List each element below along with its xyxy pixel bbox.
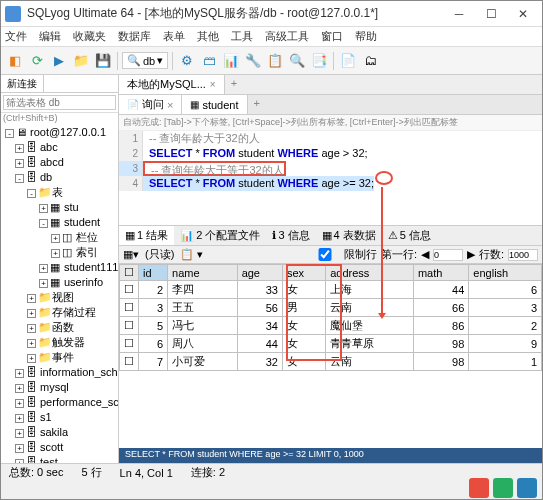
menu-adv[interactable]: 高级工具 [265, 29, 309, 44]
row-count-input[interactable] [508, 249, 538, 261]
status-total: 总数: 0 sec [9, 465, 63, 480]
menu-table[interactable]: 表单 [163, 29, 185, 44]
titlebar: SQLyog Ultimate 64 - [本地的MySQL服务器/db - r… [1, 1, 542, 27]
status-query: SELECT * FROM student WHERE age >= 32 LI… [119, 448, 542, 463]
tool-icon-1[interactable]: ⚙ [177, 51, 197, 71]
autocomplete-hint: 自动完成: [Tab]->下个标签, [Ctrl+Space]->列出所有标签,… [119, 115, 542, 131]
menu-other[interactable]: 其他 [197, 29, 219, 44]
query-tab[interactable]: 📄询问× [119, 95, 182, 114]
window-title: SQLyog Ultimate 64 - [本地的MySQL服务器/db - r… [27, 5, 444, 22]
minimize-button[interactable]: ─ [444, 4, 474, 24]
result-tab-2[interactable]: 📊2 个配置文件 [174, 226, 266, 245]
highlight-circle [375, 171, 393, 185]
menu-tools[interactable]: 工具 [231, 29, 253, 44]
tool-icon-7[interactable]: 📑 [309, 51, 329, 71]
result-tab-3[interactable]: ℹ3 信息 [266, 226, 315, 245]
tool-icon-2[interactable]: 🗃 [199, 51, 219, 71]
db-selector[interactable]: 🔍 db ▾ [122, 52, 168, 69]
tool-icon-5[interactable]: 📋 [265, 51, 285, 71]
toolbar: ◧ ⟳ ▶ 📁 💾 🔍 db ▾ ⚙ 🗃 📊 🔧 📋 🔍 📑 📄 🗂 [1, 47, 542, 75]
add-tab-button[interactable]: + [225, 75, 243, 94]
status-conn: 连接: 2 [191, 465, 225, 480]
results-panel: ▦▾ (只读) 📋 ▾ 限制行 第一行:◀▶ 行数: ☐idnameagesex… [119, 246, 542, 463]
folder-icon[interactable]: 📁 [71, 51, 91, 71]
new-conn-icon[interactable]: ◧ [5, 51, 25, 71]
result-tab-4[interactable]: ▦4 表数据 [316, 226, 382, 245]
result-tabs: ▦1 结果 📊2 个配置文件 ℹ3 信息 ▦4 表数据 ⚠5 信息 [119, 226, 542, 246]
highlight-arrow [381, 187, 383, 317]
close-button[interactable]: ✕ [508, 4, 538, 24]
app-logo-icon [5, 6, 21, 22]
status-rows: 5 行 [81, 465, 101, 480]
tool-icon-6[interactable]: 🔍 [287, 51, 307, 71]
result-tab-5[interactable]: ⚠5 信息 [382, 226, 437, 245]
grid-icon[interactable]: ▦▾ [123, 248, 139, 261]
sql-editor[interactable]: 1-- 查询年龄大于32的人 2SELECT * FROM student WH… [119, 131, 542, 226]
readonly-label: (只读) [145, 247, 174, 262]
limit-checkbox[interactable] [310, 248, 340, 261]
filter-input[interactable] [3, 95, 116, 110]
sidebar: 新连接 (Ctrl+Shift+B) -🖥root@127.0.0.1 +🗄ab… [1, 75, 119, 463]
add-qtab-button[interactable]: + [248, 95, 266, 114]
tool-icon-9[interactable]: 🗂 [360, 51, 380, 71]
tray-icon-1[interactable] [469, 478, 489, 498]
tool-icon-3[interactable]: 📊 [221, 51, 241, 71]
tray-icon-2[interactable] [493, 478, 513, 498]
menubar: 文件 编辑 收藏夹 数据库 表单 其他 工具 高级工具 窗口 帮助 [1, 27, 542, 47]
refresh-icon[interactable]: ⟳ [27, 51, 47, 71]
menu-window[interactable]: 窗口 [321, 29, 343, 44]
filter-hint: (Ctrl+Shift+B) [1, 113, 118, 123]
menu-help[interactable]: 帮助 [355, 29, 377, 44]
maximize-button[interactable]: ☐ [476, 4, 506, 24]
tool-icon-8[interactable]: 📄 [338, 51, 358, 71]
statusbar: 总数: 0 sec 5 行 Ln 4, Col 1 连接: 2 [1, 463, 542, 481]
db-tree[interactable]: -🖥root@127.0.0.1 +🗄abc +🗄abcd -🗄db -📁表 +… [1, 123, 118, 463]
menu-edit[interactable]: 编辑 [39, 29, 61, 44]
menu-file[interactable]: 文件 [5, 29, 27, 44]
conn-tab[interactable]: 新连接 [1, 75, 44, 92]
menu-fav[interactable]: 收藏夹 [73, 29, 106, 44]
save-icon[interactable]: 💾 [93, 51, 113, 71]
result-tab-1[interactable]: ▦1 结果 [119, 226, 174, 245]
tool-icon-4[interactable]: 🔧 [243, 51, 263, 71]
tray-icon-3[interactable] [517, 478, 537, 498]
execute-icon[interactable]: ▶ [49, 51, 69, 71]
menu-db[interactable]: 数据库 [118, 29, 151, 44]
conn-tab[interactable]: 本地的MySQL...× [119, 75, 225, 94]
first-row-input[interactable] [433, 249, 463, 261]
table-tab[interactable]: ▦student [182, 95, 247, 114]
result-grid[interactable]: ☐idnameagesexaddressmathenglish ☐2李四33女上… [119, 264, 542, 371]
status-pos: Ln 4, Col 1 [120, 467, 173, 479]
